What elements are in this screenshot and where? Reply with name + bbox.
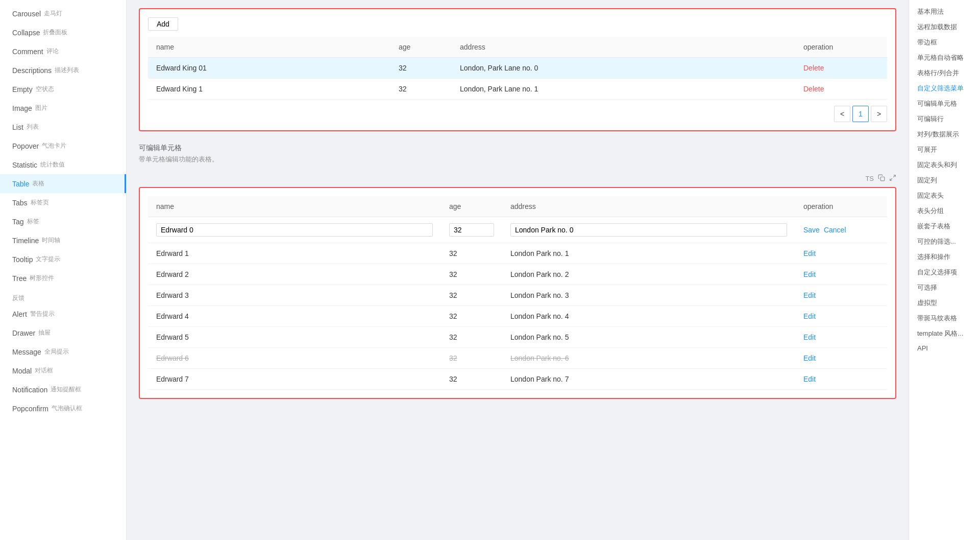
- sidebar-item-popover[interactable]: Popover 气泡卡片: [0, 136, 126, 155]
- col-header-operation: operation: [795, 37, 887, 58]
- sidebar: Carousel 走马灯 Collapse 折叠面板 Comment 评论 De…: [0, 0, 127, 540]
- sidebar-item-table[interactable]: Table 表格: [0, 174, 126, 193]
- sidebar-item-statistic[interactable]: Statistic 统计数值: [0, 155, 126, 174]
- cell-name-edit[interactable]: [148, 217, 441, 243]
- copy-icon[interactable]: [878, 174, 885, 183]
- table-row: Edward King 1 32 London, Park Lane no. 1…: [148, 79, 887, 100]
- cell-name: Edrward 7: [148, 369, 441, 390]
- cell-age: 32: [441, 369, 502, 390]
- ts-button[interactable]: TS: [865, 175, 874, 182]
- table1-demo-card: Add name age address operation Edward Ki…: [139, 8, 896, 131]
- right-nav-fixed-header-col[interactable]: 固定表头和列: [909, 157, 980, 173]
- cell-operation: Edit: [795, 369, 887, 390]
- sidebar-item-list[interactable]: List 列表: [0, 118, 126, 136]
- delete-button[interactable]: Delete: [803, 64, 824, 72]
- right-nav-virtual[interactable]: 虚拟型: [909, 295, 980, 311]
- edit-button[interactable]: Edit: [803, 270, 816, 278]
- cell-address: London Park no. 1: [502, 243, 795, 264]
- age-input[interactable]: [449, 223, 494, 237]
- right-nav-custom-select[interactable]: 自定义选择项: [909, 265, 980, 280]
- name-input[interactable]: [156, 223, 433, 237]
- right-nav-border[interactable]: 带边框: [909, 35, 980, 50]
- right-nav-ajax[interactable]: 远程加载数据: [909, 19, 980, 35]
- sidebar-item-zh: 走马灯: [44, 9, 62, 18]
- table-row-deleted: Edrward 6 32 London Park no. 6 Edit: [148, 348, 887, 369]
- edit-button[interactable]: Edit: [803, 375, 816, 383]
- next-page-button[interactable]: >: [871, 106, 887, 122]
- right-nav-header-op[interactable]: 单元格自动省略: [909, 50, 980, 65]
- right-nav-basic[interactable]: 基本用法: [909, 4, 980, 19]
- right-nav-merge[interactable]: 表格行/列合并: [909, 65, 980, 81]
- main-content: Add name age address operation Edward Ki…: [127, 0, 909, 540]
- cell-address: London Park no. 2: [502, 264, 795, 285]
- expand-icon[interactable]: [889, 174, 896, 183]
- current-page-button[interactable]: 1: [852, 106, 869, 122]
- col-header-age: age: [441, 196, 502, 217]
- sidebar-item-comment[interactable]: Comment 评论: [0, 42, 126, 61]
- edit-button[interactable]: Edit: [803, 354, 816, 362]
- sidebar-item-label: Empty: [12, 85, 33, 93]
- cell-operation: Edit: [795, 243, 887, 264]
- sidebar-item-popconfirm[interactable]: Popconfirm 气泡确认框: [0, 399, 126, 418]
- cell-name: Edrward 3: [148, 285, 441, 306]
- right-nav-nested[interactable]: 嵌套子表格: [909, 219, 980, 234]
- right-nav-fixed-col[interactable]: 固定列: [909, 173, 980, 188]
- cell-age-edit[interactable]: [441, 217, 502, 243]
- sidebar-item-notification[interactable]: Notification 通知提醒框: [0, 380, 126, 399]
- delete-button[interactable]: Delete: [803, 85, 824, 93]
- cell-operation: Delete: [795, 79, 887, 100]
- edit-button[interactable]: Edit: [803, 291, 816, 299]
- cell-address: London Park no. 5: [502, 327, 795, 348]
- sidebar-item-tabs[interactable]: Tabs 标签页: [0, 193, 126, 212]
- cell-name: Edrward 4: [148, 306, 441, 327]
- edit-button[interactable]: Edit: [803, 333, 816, 341]
- sidebar-item-tree[interactable]: Tree 树形控件: [0, 269, 126, 288]
- right-nav-format[interactable]: 对列/数据展示: [909, 127, 980, 142]
- sidebar-item-collapse[interactable]: Collapse 折叠面板: [0, 23, 126, 42]
- edit-button[interactable]: Edit: [803, 249, 816, 257]
- sidebar-item-label: Collapse: [12, 29, 40, 37]
- cell-age: 32: [390, 79, 452, 100]
- sidebar-item-carousel[interactable]: Carousel 走马灯: [0, 4, 126, 23]
- right-nav-selectable[interactable]: 可选择: [909, 280, 980, 295]
- cell-operation: Edit: [795, 264, 887, 285]
- save-cancel-group: Save Cancel: [803, 226, 879, 234]
- sidebar-item-alert[interactable]: Alert 警告提示: [0, 304, 126, 323]
- sidebar-item-drawer[interactable]: Drawer 抽屉: [0, 323, 126, 342]
- sidebar-item-label: Notification: [12, 386, 47, 394]
- sidebar-item-zh: 对话框: [35, 366, 53, 375]
- sidebar-item-tooltip[interactable]: Tooltip 文字提示: [0, 250, 126, 269]
- right-nav-template[interactable]: template 风格...: [909, 326, 980, 341]
- right-nav-fixed-header[interactable]: 固定表头: [909, 188, 980, 203]
- cell-age: 32: [441, 348, 502, 369]
- right-nav-editable-row[interactable]: 可编辑行: [909, 111, 980, 127]
- right-nav-custom-filter[interactable]: 自定义筛选菜单: [909, 81, 980, 96]
- prev-page-button[interactable]: <: [834, 106, 850, 122]
- table-row: Edrward 2 32 London Park no. 2 Edit: [148, 264, 887, 285]
- cell-address-edit[interactable]: [502, 217, 795, 243]
- sidebar-item-message[interactable]: Message 全局提示: [0, 342, 126, 361]
- edit-button[interactable]: Edit: [803, 312, 816, 320]
- cell-operation-edit: Save Cancel: [795, 217, 887, 243]
- sidebar-item-zh: 警告提示: [30, 310, 55, 318]
- cancel-button[interactable]: Cancel: [824, 226, 846, 234]
- address-input[interactable]: [510, 223, 787, 237]
- right-nav-api[interactable]: API: [909, 341, 980, 355]
- right-nav-zebra[interactable]: 带斑马纹表格: [909, 311, 980, 326]
- sidebar-item-descriptions[interactable]: Descriptions 描述列表: [0, 61, 126, 80]
- sidebar-item-timeline[interactable]: Timeline 时间轴: [0, 231, 126, 250]
- cell-address: London Park no. 6: [502, 348, 795, 369]
- save-button[interactable]: Save: [803, 226, 820, 234]
- sidebar-item-zh: 树形控件: [30, 274, 54, 283]
- right-nav-grouping[interactable]: 表头分组: [909, 203, 980, 219]
- sidebar-item-empty[interactable]: Empty 空状态: [0, 80, 126, 99]
- right-nav-select-op[interactable]: 选择和操作: [909, 249, 980, 265]
- sidebar-item-modal[interactable]: Modal 对话框: [0, 361, 126, 380]
- right-nav-controlled-filter[interactable]: 可控的筛选...: [909, 234, 980, 249]
- sidebar-item-tag[interactable]: Tag 标签: [0, 212, 126, 231]
- add-button[interactable]: Add: [148, 17, 178, 31]
- right-nav-expand[interactable]: 可展开: [909, 142, 980, 157]
- right-nav-editable-cell[interactable]: 可编辑单元格: [909, 96, 980, 111]
- sidebar-item-image[interactable]: Image 图片: [0, 99, 126, 118]
- table-row: Edrward 1 32 London Park no. 1 Edit: [148, 243, 887, 264]
